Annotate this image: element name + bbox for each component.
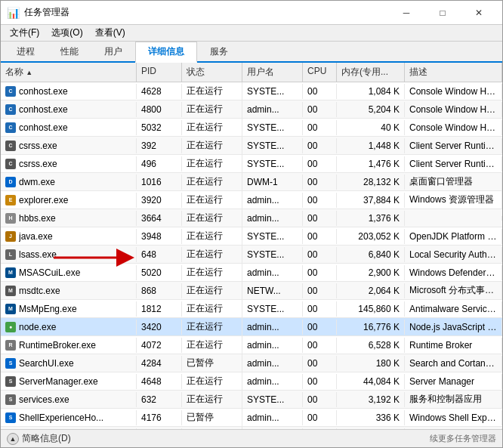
cell-memory: 6,528 K [337,338,405,353]
cell-pid: 4800 [137,102,182,117]
table-row[interactable]: R RuntimeBroker.exe 4072 正在运行 admin... 0… [1,336,502,354]
cell-status: 正在运行 [182,173,242,190]
table-row[interactable]: C conhost.exe 5032 正在运行 SYSTE... 00 40 K… [1,119,502,137]
table-row[interactable]: E explorer.exe 3920 正在运行 admin... 00 37,… [1,191,502,209]
cell-cpu: 00 [303,138,337,153]
cell-desc: Microsoft 分布式事务... [405,282,502,299]
cell-name: M msdtc.exe [1,283,137,298]
cell-user: SYSTE... [242,84,303,99]
cell-user: admin... [242,356,303,371]
cell-status: 正在运行 [182,191,242,209]
cell-cpu: 00 [303,356,337,371]
menu-options[interactable]: 选项(O) [45,25,88,41]
tab-services[interactable]: 服务 [197,42,241,61]
cell-memory: 5,204 K [337,102,405,117]
table-row[interactable]: M msdtc.exe 868 正在运行 NETW... 00 2,064 K … [1,282,502,300]
table-row[interactable]: C conhost.exe 4628 正在运行 SYSTE... 00 1,08… [1,82,502,100]
table-row[interactable]: C csrss.exe 392 正在运行 SYSTE... 00 1,448 K… [1,137,502,155]
cell-memory: 2,064 K [337,283,405,298]
cell-status: 正在运行 [182,227,242,245]
col-header-user[interactable]: 用户名 [242,63,303,82]
cell-pid: 648 [137,247,182,262]
cell-memory: 336 K [337,410,405,425]
status-bar: ▲ 简略信息(D) 续更多任务管理器 [1,429,502,447]
window-controls: ─ □ ✕ [389,2,496,23]
cell-status: 正在运行 [182,264,242,281]
table-row[interactable]: H hbbs.exe 3664 正在运行 admin... 00 1,376 K [1,209,502,227]
cell-pid: 392 [137,138,182,153]
col-header-memory[interactable]: 内存(专用... [337,63,405,82]
cell-desc: Client Server Runtime ... [405,156,502,171]
cell-cpu: 00 [303,374,337,389]
table-row[interactable]: M MsMpEng.exe 1812 正在运行 SYSTE... 00 145,… [1,300,502,318]
cell-user: SYSTE... [242,120,303,135]
cell-cpu: 00 [303,247,337,262]
table-row[interactable]: L lsass.exe 648 正在运行 SYSTE... 00 6,840 K… [1,246,502,264]
table-row[interactable]: M MSASCuiL.exe 5020 正在运行 admin... 00 2,9… [1,264,502,282]
maximize-button[interactable]: □ [425,2,460,23]
cell-status: 正在运行 [182,372,242,390]
col-header-cpu[interactable]: CPU [303,63,337,82]
cell-memory: 180 K [337,356,405,371]
cell-cpu: 00 [303,84,337,99]
cell-name: M MsMpEng.exe [1,301,137,317]
tab-processes[interactable]: 进程 [4,42,48,61]
cell-memory: 1,376 K [337,211,405,226]
table-row[interactable]: S ShellExperienceHo... 4176 已暂停 admin...… [1,409,502,427]
tab-performance[interactable]: 性能 [48,42,91,61]
tab-details[interactable]: 详细信息 [135,42,197,63]
table-row[interactable]: ● node.exe 3420 正在运行 admin... 00 16,776 … [1,318,502,336]
minimize-button[interactable]: ─ [389,2,424,23]
cell-name: R RuntimeBroker.exe [1,338,137,353]
tab-users[interactable]: 用户 [91,42,135,61]
col-header-desc[interactable]: 描述 [405,63,502,82]
cell-name: C conhost.exe [1,84,137,99]
cell-user: admin... [242,410,303,425]
col-header-name[interactable]: 名称 ▲ [1,63,137,82]
cell-desc: Console Window Host [405,120,502,135]
table-row[interactable]: S ServerManager.exe 4648 正在运行 admin... 0… [1,372,502,391]
cell-user: admin... [242,102,303,117]
cell-pid: 3920 [137,193,182,208]
cell-memory: 28,132 K [337,175,405,190]
cell-status: 正在运行 [182,391,242,408]
cell-cpu: 00 [303,301,337,317]
cell-desc: Node.js JavaScript Ru... [405,320,502,335]
task-count-label: 续更多任务管理器 [430,434,496,443]
col-header-status[interactable]: 状态 [182,63,242,82]
expand-button[interactable]: ▲ [7,433,19,445]
cell-desc: Search and Cortana a... [405,356,502,371]
menu-file[interactable]: 文件(F) [4,25,45,41]
col-header-pid[interactable]: PID [137,63,182,82]
cell-status: 正在运行 [182,318,242,335]
table-header: 名称 ▲ PID 状态 用户名 CPU 内存(专用... 描述 [1,63,502,82]
table-row[interactable]: C csrss.exe 496 正在运行 SYSTE... 00 1,476 K… [1,155,502,173]
cell-name: C conhost.exe [1,120,137,135]
cell-cpu: 00 [303,392,337,407]
cell-user: SYSTE... [242,247,303,262]
cell-cpu: 00 [303,175,337,190]
table-row[interactable]: S services.exe 632 正在运行 SYSTE... 00 3,19… [1,391,502,409]
cell-cpu: 00 [303,156,337,171]
cell-desc: Local Security Authori... [405,247,502,262]
table-row[interactable]: C conhost.exe 4800 正在运行 admin... 00 5,20… [1,100,502,119]
cell-name: S SearchUI.exe [1,356,137,371]
menu-view[interactable]: 查看(V) [89,25,131,41]
cell-memory: 16,776 K [337,320,405,335]
cell-memory: 2,900 K [337,265,405,280]
close-button[interactable]: ✕ [461,2,496,23]
window: 📊 任务管理器 ─ □ ✕ 文件(F) 选项(O) 查看(V) 进程 性能 用户… [0,0,503,448]
cell-pid: 632 [137,392,182,407]
cell-name: M MSASCuiL.exe [1,265,137,280]
cell-pid: 5032 [137,120,182,135]
table-row[interactable]: S SearchUI.exe 4284 已暂停 admin... 00 180 … [1,354,502,372]
cell-pid: 3664 [137,211,182,226]
cell-name: ● node.exe [1,320,137,335]
menu-bar: 文件(F) 选项(O) 查看(V) [1,25,502,42]
status-label[interactable]: 简略信息(D) [22,432,71,445]
table-row[interactable]: D dwm.exe 1016 正在运行 DWM-1 00 28,132 K 桌面… [1,173,502,191]
window-title: 任务管理器 [24,6,69,19]
cell-cpu: 00 [303,102,337,117]
table-row[interactable]: J java.exe 3948 正在运行 SYSTE... 00 203,052… [1,227,502,246]
cell-desc: Client Server Runtime ... [405,138,502,153]
